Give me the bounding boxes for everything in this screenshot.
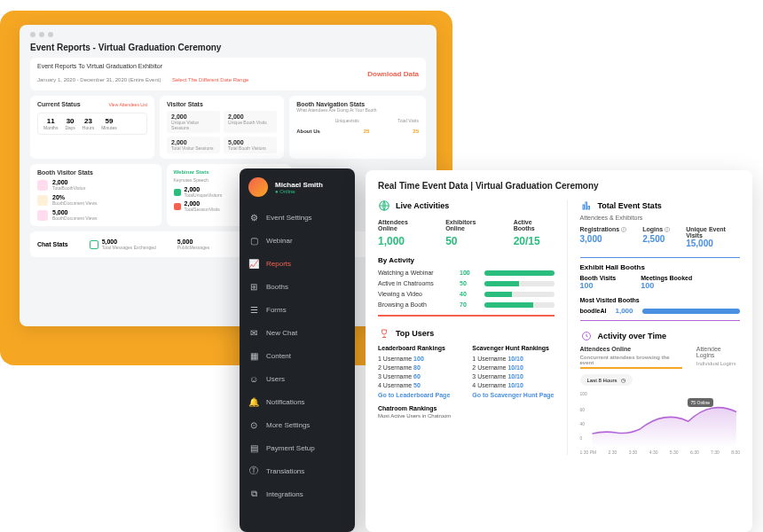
view-attendees-link[interactable]: View Attendees List: [109, 102, 148, 107]
nav-label: Booths: [266, 283, 288, 291]
clock-small-icon: ◷: [621, 377, 625, 383]
nav-label: New Chat: [266, 329, 297, 337]
sidebar-item-more-settings[interactable]: ⊙More Settings: [240, 413, 355, 436]
tab-attendee-logins[interactable]: Attendee LoginsIndividual Logins: [696, 346, 740, 369]
window-controls: [30, 32, 426, 37]
section-title: Total Event Stats: [598, 201, 662, 210]
chatroom-rankings-sub: Most Active Users in Chatroom: [378, 413, 555, 419]
stat-icon: [37, 210, 48, 221]
section-title: Exhibit Hall Booths: [580, 263, 740, 271]
sidebar-item-event-settings[interactable]: ⚙Event Settings: [240, 206, 355, 229]
card-title: Booth Visitor Stats: [37, 169, 93, 176]
nav-icon: ▢: [248, 235, 259, 246]
tab-attendees-online[interactable]: Attendees OnlineConcurrent attendees bro…: [580, 346, 682, 369]
leaderboard-row: 2 Username 80: [378, 364, 460, 371]
svg-rect-1: [583, 205, 585, 209]
booth-name: boodleAI: [580, 308, 607, 314]
chat-icon: [90, 240, 98, 249]
nav-label: Content: [266, 352, 291, 360]
section-title: Activity over Time: [598, 332, 666, 340]
realtime-panel: Real Time Event Data | Virtual Graduatio…: [366, 170, 752, 532]
sidebar-item-forms[interactable]: ☰Forms: [240, 298, 355, 321]
nav-label: More Settings: [266, 421, 310, 429]
stat-icon: [37, 180, 48, 191]
card-title: Booth Navigation Stats: [296, 101, 365, 107]
activity-row: Viewing a Video40: [378, 291, 555, 297]
nav-icon: ⚙: [248, 212, 259, 223]
scavenger-row: 2 Username 10/10: [472, 364, 554, 371]
user-profile[interactable]: Michael Smith ● Online: [240, 177, 355, 206]
nav-label: Payment Setup: [266, 444, 315, 452]
clock-icon: [580, 330, 593, 342]
divider: [378, 315, 555, 317]
section-sub: Attendees & Exhibitors: [580, 215, 740, 221]
report-header-bar: Event Reports To Virtual Graduation Exhi…: [30, 58, 426, 90]
sidebar-item-booths[interactable]: ⊞Booths: [240, 275, 355, 298]
sidebar-item-webinar[interactable]: ▢Webinar: [240, 229, 355, 252]
scavenger-row: 1 Username 10/10: [472, 356, 554, 362]
panel-title: Real Time Event Data | Virtual Graduatio…: [378, 181, 740, 191]
time-filter[interactable]: Last 8 Hours◷: [580, 374, 633, 386]
card-title: Current Status: [37, 101, 81, 107]
user-status: ● Online: [275, 189, 323, 194]
nav-icon: 🔔: [248, 396, 259, 407]
leaderboard-row: 3 Username 60: [378, 373, 460, 379]
section-title: Most Visited Booths: [580, 297, 740, 303]
sidebar-item-integrations[interactable]: ⧉Integrations: [240, 482, 355, 505]
nav-icon: ▤: [248, 442, 259, 453]
nav-icon: Ⓣ: [248, 466, 259, 476]
sidebar-item-content[interactable]: ▦Content: [240, 344, 355, 367]
booth-visitor-stats-card: Booth Visitor Stats 2,000TotalBoothVisit…: [30, 164, 161, 226]
scavenger-row: 4 Username 10/10: [472, 382, 554, 388]
nav-label: Reports: [266, 260, 291, 268]
booth-bar: [642, 309, 740, 314]
section-title: By Activity: [378, 256, 555, 264]
svg-rect-2: [586, 202, 587, 209]
stat-icon: [174, 203, 181, 210]
stats-icon: [580, 200, 593, 212]
stat-icon: [37, 195, 48, 206]
booth-value: 1,000: [615, 307, 633, 315]
nav-icon: ⊙: [248, 419, 259, 430]
nav-label: Integrations: [266, 490, 303, 498]
scavenger-title: Scavenger Hunt Rankings: [472, 345, 554, 351]
info-icon[interactable]: ⓘ: [621, 227, 626, 232]
nav-label: Forms: [266, 306, 287, 314]
divider: [580, 320, 740, 321]
select-date-link[interactable]: Select The Different Date Range: [172, 77, 249, 82]
activity-row: Active in Chatrooms50: [378, 280, 555, 286]
svg-rect-3: [588, 207, 590, 210]
sidebar-nav: Michael Smith ● Online ⚙Event Settings▢W…: [240, 168, 355, 532]
user-name: Michael Smith: [275, 181, 323, 189]
sidebar-item-notifications[interactable]: 🔔Notifications: [240, 390, 355, 413]
download-data-button[interactable]: Download Data: [367, 70, 419, 78]
sidebar-item-reports[interactable]: 📈Reports: [240, 252, 355, 275]
page-title: Event Reports - Virtual Graduation Cerem…: [30, 43, 426, 52]
card-title: Visitor Stats: [167, 101, 203, 107]
nav-icon: ☺: [248, 373, 259, 384]
nav-label: Webinar: [266, 237, 293, 245]
scavenger-row: 3 Username 10/10: [472, 373, 554, 379]
sidebar-item-payment-setup[interactable]: ▤Payment Setup: [240, 436, 355, 459]
sidebar-item-translations[interactable]: ⓉTranslations: [240, 459, 355, 482]
report-subtitle: Event Reports To Virtual Graduation Exhi…: [37, 63, 248, 69]
nav-icon: ▦: [248, 350, 259, 361]
activity-row: Browsing a Booth70: [378, 301, 555, 308]
chart-x-axis: 1:30 PM2:303:304:305:306:307:308:30: [580, 450, 740, 455]
trophy-icon: [378, 327, 390, 340]
scavenger-link[interactable]: Go to Scavenger Hunt Page: [472, 392, 554, 398]
activity-row: Watching a Webinar100: [378, 270, 555, 276]
section-title: Live Activities: [396, 201, 449, 210]
current-status-card: Current StatusView Attendees List 11Mont…: [30, 96, 154, 159]
sidebar-item-new-chat[interactable]: ✉New Chat: [240, 321, 355, 344]
nav-icon: ⧉: [248, 489, 259, 499]
divider: [580, 257, 740, 258]
activity-chart: 100 60 40 0 75 Online: [580, 391, 740, 448]
leaderboard-row: 1 Username 100: [378, 356, 460, 362]
leaderboard-link[interactable]: Go to Leaderboard Page: [378, 392, 460, 398]
sidebar-item-users[interactable]: ☺Users: [240, 367, 355, 390]
info-icon[interactable]: ⓘ: [665, 227, 670, 232]
stat-icon: [174, 189, 181, 196]
nav-label: Event Settings: [266, 214, 312, 222]
nav-icon: ☰: [248, 304, 259, 315]
